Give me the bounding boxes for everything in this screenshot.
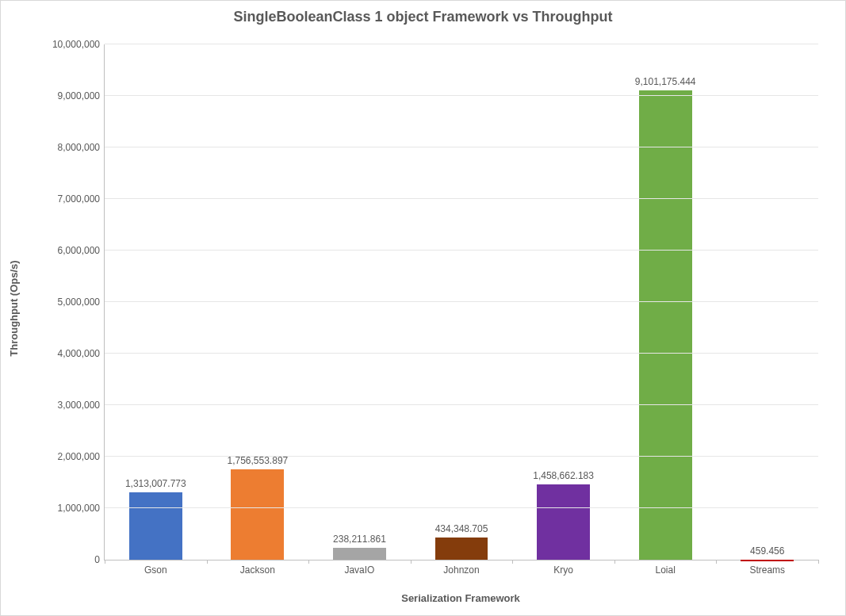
y-tick-label: 4,000,000: [29, 348, 105, 359]
data-label: 1,458,662.183: [512, 470, 614, 481]
bar: [639, 90, 692, 560]
x-tick-mark: [614, 560, 615, 564]
y-tick-label: 7,000,000: [29, 193, 105, 205]
gridline: [105, 250, 818, 251]
bar-slot: 9,101,175.444Loial: [614, 44, 717, 560]
y-tick-label: 3,000,000: [29, 400, 105, 411]
gridline: [105, 198, 818, 199]
y-tick-label: 6,000,000: [29, 245, 105, 256]
gridline: [105, 147, 818, 147]
y-tick-label: 0: [29, 554, 105, 565]
gridline: [105, 44, 818, 44]
y-axis-title: Throughput (Ops/s): [8, 260, 20, 356]
plot-area: 1,313,007.773Gson1,756,553.897Jackson238…: [104, 44, 818, 561]
bar: [129, 492, 182, 560]
y-tick-label: 9,000,000: [29, 90, 105, 101]
y-tick-label: 5,000,000: [29, 297, 105, 308]
x-tick-mark: [308, 560, 309, 564]
bars-group: 1,313,007.773Gson1,756,553.897Jackson238…: [105, 44, 818, 560]
x-tick-mark: [818, 560, 819, 564]
y-tick-label: 10,000,000: [29, 39, 105, 50]
bar-slot: 238,211.861JavaIO: [308, 44, 411, 560]
bar: [231, 469, 284, 560]
bar-wrapper: 238,211.861: [308, 548, 411, 560]
x-tick-label: Gson: [105, 560, 207, 576]
x-tick-mark: [207, 560, 208, 564]
bar-slot: 434,348.705Johnzon: [411, 44, 513, 560]
bar-slot: 459.456Streams: [716, 44, 818, 560]
bar-slot: 1,756,553.897Jackson: [207, 44, 309, 560]
data-label: 434,348.705: [411, 523, 513, 534]
gridline: [105, 301, 818, 302]
bar-slot: 1,458,662.183Kryo: [512, 44, 614, 560]
bar-wrapper: 9,101,175.444: [614, 90, 717, 560]
chart-container: SingleBooleanClass 1 object Framework vs…: [0, 0, 846, 616]
y-tick-label: 2,000,000: [29, 451, 105, 462]
x-tick-label: Johnzon: [411, 560, 513, 576]
x-tick-label: JavaIO: [308, 560, 411, 576]
chart-title: SingleBooleanClass 1 object Framework vs…: [1, 9, 845, 25]
x-tick-mark: [716, 560, 717, 564]
data-label: 459.456: [716, 545, 818, 557]
x-tick-label: Loial: [614, 560, 717, 576]
data-label: 238,211.861: [308, 534, 411, 545]
bar-wrapper: 1,313,007.773: [105, 492, 207, 560]
x-tick-mark: [411, 560, 412, 564]
bar-slot: 1,313,007.773Gson: [105, 44, 207, 560]
gridline: [105, 404, 818, 405]
data-label: 1,313,007.773: [105, 478, 207, 489]
gridline: [105, 456, 818, 457]
x-tick-mark: [105, 560, 105, 564]
bar-wrapper: 1,756,553.897: [207, 469, 309, 560]
bar-wrapper: 1,458,662.183: [512, 484, 614, 560]
bar-wrapper: 434,348.705: [411, 538, 513, 560]
data-label: 9,101,175.444: [614, 76, 717, 87]
bar: [435, 538, 488, 560]
gridline: [105, 507, 818, 508]
x-tick-mark: [512, 560, 513, 564]
bar: [537, 484, 590, 560]
gridline: [105, 95, 818, 96]
bar: [333, 548, 386, 560]
x-tick-label: Streams: [716, 560, 818, 576]
x-tick-label: Jackson: [207, 560, 309, 576]
x-tick-label: Kryo: [512, 560, 614, 576]
y-tick-label: 1,000,000: [29, 503, 105, 514]
gridline: [105, 353, 818, 354]
x-axis-title: Serialization Framework: [104, 592, 817, 604]
y-tick-label: 8,000,000: [29, 142, 105, 153]
